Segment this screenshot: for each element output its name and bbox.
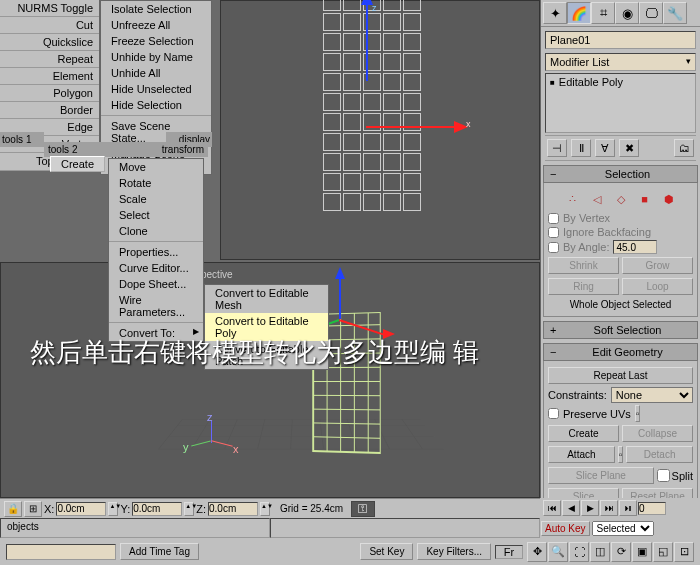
- tab-modify-icon[interactable]: 🌈: [567, 2, 591, 24]
- object-name-field[interactable]: Plane01: [545, 31, 696, 49]
- mi-clone[interactable]: Clone: [109, 223, 203, 239]
- qm-border[interactable]: Border: [0, 102, 99, 119]
- loop-button[interactable]: Loop: [622, 278, 693, 295]
- by-vertex-checkbox[interactable]: [548, 213, 559, 224]
- rollout-edit-geom-header[interactable]: −Edit Geometry: [543, 343, 698, 361]
- viewport-top[interactable]: z x: [220, 0, 540, 260]
- tab-create-icon[interactable]: ✦: [543, 2, 567, 24]
- mi-isolate[interactable]: Isolate Selection: [101, 1, 211, 17]
- mi-wire-params[interactable]: Wire Parameters...: [109, 292, 203, 320]
- key-icon[interactable]: ⚿: [351, 501, 375, 517]
- status-prompt: [270, 518, 540, 538]
- goto-start-icon[interactable]: ⏮: [543, 500, 561, 516]
- pin-stack-icon[interactable]: ⊣: [547, 139, 567, 157]
- maxscript-field[interactable]: [6, 544, 116, 560]
- lock-selection-icon[interactable]: 🔒: [4, 501, 22, 517]
- goto-end-icon[interactable]: ⏯: [619, 500, 637, 516]
- constraints-dropdown[interactable]: None: [611, 387, 693, 403]
- nav-zoom-extents-icon[interactable]: ⛶: [569, 542, 589, 562]
- mi-freeze-sel[interactable]: Freeze Selection: [101, 33, 211, 49]
- stack-editable-poly[interactable]: Editable Poly: [550, 76, 691, 88]
- rollout-soft-sel-header[interactable]: +Soft Selection: [543, 321, 698, 339]
- mi-unfreeze-all[interactable]: Unfreeze All: [101, 17, 211, 33]
- repeat-last-button[interactable]: Repeat Last: [548, 367, 693, 384]
- key-filters-button[interactable]: Key Filters...: [417, 543, 491, 560]
- quad-menu-transform[interactable]: Move Rotate Scale Select Clone Propertie…: [108, 158, 204, 342]
- modifier-list-dropdown[interactable]: Modifier List: [545, 53, 696, 71]
- tab-hierarchy-icon[interactable]: ⌗: [591, 2, 615, 24]
- nav-zoom-icon[interactable]: 🔍: [548, 542, 568, 562]
- mi-unhide-all[interactable]: Unhide All: [101, 65, 211, 81]
- prev-frame-icon[interactable]: ◀: [562, 500, 580, 516]
- transform-type-icon[interactable]: ⊞: [24, 501, 42, 517]
- preserve-uvs-checkbox[interactable]: [548, 408, 559, 419]
- rollout-selection-header[interactable]: −Selection: [543, 165, 698, 183]
- collapse-button[interactable]: Collapse: [622, 425, 693, 442]
- play-icon[interactable]: ▶: [581, 500, 599, 516]
- mi-hide-sel[interactable]: Hide Selection: [101, 97, 211, 113]
- slice-plane-button[interactable]: Slice Plane: [548, 467, 654, 484]
- mi-select[interactable]: Select: [109, 207, 203, 223]
- shrink-button[interactable]: Shrink: [548, 257, 619, 274]
- ring-button[interactable]: Ring: [548, 278, 619, 295]
- coord-x-field[interactable]: [56, 502, 106, 516]
- coord-z-field[interactable]: [208, 502, 258, 516]
- mi-conv-mesh[interactable]: Convert to Editable Mesh: [205, 285, 328, 313]
- make-unique-icon[interactable]: ∀: [595, 139, 615, 157]
- create-button[interactable]: Create: [50, 156, 105, 172]
- mi-dope-sheet[interactable]: Dope Sheet...: [109, 276, 203, 292]
- mi-rotate[interactable]: Rotate: [109, 175, 203, 191]
- qm-cut[interactable]: Cut: [0, 17, 99, 34]
- anim-controls-bar: Auto Key Selected: [538, 518, 700, 538]
- tab-motion-icon[interactable]: ◉: [615, 2, 639, 24]
- by-angle-spinner[interactable]: [613, 240, 657, 254]
- subobj-polygon-icon[interactable]: ■: [636, 190, 654, 208]
- nav-min-max-icon[interactable]: ⊡: [674, 542, 694, 562]
- command-panel-tabs[interactable]: ✦ 🌈 ⌗ ◉ 🖵 🔧: [541, 0, 700, 27]
- mi-properties[interactable]: Properties...: [109, 244, 203, 260]
- qm-repeat[interactable]: Repeat: [0, 51, 99, 68]
- tab-utilities-icon[interactable]: 🔧: [663, 2, 687, 24]
- qm-nurms[interactable]: NURMS Toggle: [0, 0, 99, 17]
- next-frame-icon[interactable]: ⏭: [600, 500, 618, 516]
- nav-orbit-icon[interactable]: ⟳: [611, 542, 631, 562]
- remove-mod-icon[interactable]: ✖: [619, 139, 639, 157]
- header-tools2: tools 2: [44, 142, 126, 157]
- subobj-element-icon[interactable]: ⬢: [660, 190, 678, 208]
- create-geo-button[interactable]: Create: [548, 425, 619, 442]
- command-panel: ✦ 🌈 ⌗ ◉ 🖵 🔧 Plane01 Modifier List Editab…: [540, 0, 700, 565]
- modifier-stack[interactable]: Editable Poly: [545, 73, 696, 133]
- subobj-edge-icon[interactable]: ◁: [588, 190, 606, 208]
- detach-button[interactable]: Detach: [626, 446, 693, 463]
- nav-region-icon[interactable]: ◱: [653, 542, 673, 562]
- qm-polygon[interactable]: Polygon: [0, 85, 99, 102]
- nav-pan-icon[interactable]: ✥: [527, 542, 547, 562]
- mi-move[interactable]: Move: [109, 159, 203, 175]
- current-frame-field[interactable]: [638, 502, 666, 515]
- configure-sets-icon[interactable]: 🗂: [674, 139, 694, 157]
- split-checkbox[interactable]: [657, 469, 670, 482]
- mi-unhide-name[interactable]: Unhide by Name: [101, 49, 211, 65]
- qm-element[interactable]: Element: [0, 68, 99, 85]
- add-time-tag-button[interactable]: Add Time Tag: [120, 543, 199, 560]
- set-key-button[interactable]: Set Key: [360, 543, 413, 560]
- ignore-backfacing-checkbox[interactable]: [548, 227, 559, 238]
- nav-maximize-icon[interactable]: ▣: [632, 542, 652, 562]
- mi-scale[interactable]: Scale: [109, 191, 203, 207]
- tab-display-icon[interactable]: 🖵: [639, 2, 663, 24]
- attach-list-button[interactable]: ▫: [618, 446, 624, 463]
- mi-hide-unsel[interactable]: Hide Unselected: [101, 81, 211, 97]
- coord-y-field[interactable]: [132, 502, 182, 516]
- subobj-border-icon[interactable]: ◇: [612, 190, 630, 208]
- show-end-result-icon[interactable]: Ⅱ: [571, 139, 591, 157]
- grow-button[interactable]: Grow: [622, 257, 693, 274]
- nav-fov-icon[interactable]: ◫: [590, 542, 610, 562]
- key-filter-dropdown[interactable]: Selected: [592, 521, 654, 536]
- subobj-vertex-icon[interactable]: ∴: [564, 190, 582, 208]
- preserve-uvs-settings[interactable]: ▫: [635, 405, 641, 422]
- attach-button[interactable]: Attach: [548, 446, 615, 463]
- qm-quickslice[interactable]: Quickslice: [0, 34, 99, 51]
- by-angle-checkbox[interactable]: [548, 242, 559, 253]
- mi-curve-editor[interactable]: Curve Editor...: [109, 260, 203, 276]
- autokey-button[interactable]: Auto Key: [541, 521, 590, 536]
